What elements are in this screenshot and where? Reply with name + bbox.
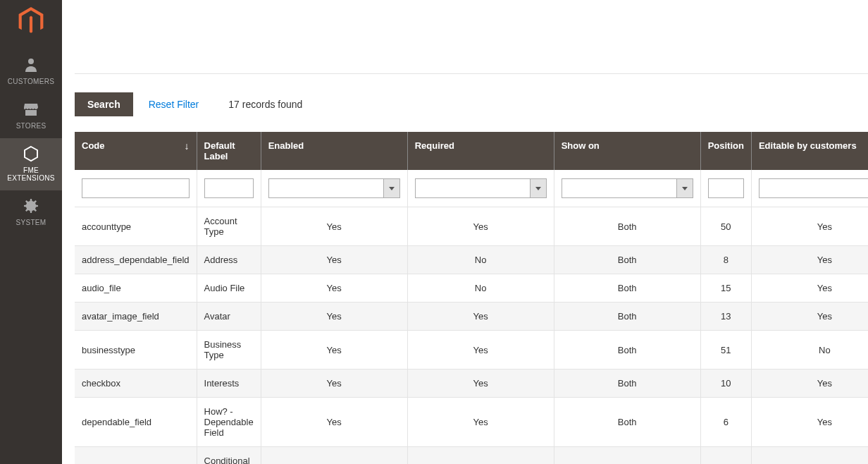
- col-header-editable[interactable]: Editable by customers: [751, 132, 868, 170]
- table-row[interactable]: dependable_fieldHow? - Dependable FieldY…: [75, 398, 868, 447]
- cell-required: Yes: [407, 398, 554, 447]
- cell-enabled: Yes: [261, 274, 407, 303]
- attributes-grid: Code↓ Default Label Enabled Required Sho…: [75, 132, 868, 464]
- cell-label: Account Type: [197, 207, 261, 246]
- admin-sidebar: CUSTOMERS STORES FME EXTENSIONS SYSTEM: [0, 0, 62, 464]
- cell-label: Audio File: [197, 274, 261, 303]
- col-header-label: Position: [708, 140, 744, 151]
- cell-label: Avatar: [197, 303, 261, 331]
- cell-position: 50: [700, 207, 751, 246]
- chevron-down-icon: [389, 187, 395, 190]
- cell-editable: No: [751, 331, 868, 370]
- cell-enabled: Yes: [261, 447, 407, 465]
- cell-showon: Both: [554, 398, 700, 447]
- cell-code: address_dependable_field: [75, 246, 197, 274]
- cell-required: Yes: [407, 331, 554, 370]
- table-row[interactable]: drop_downConditional Field - Can We Cont…: [75, 447, 868, 465]
- cell-showon: Both: [554, 246, 700, 274]
- cell-position: 6: [700, 398, 751, 447]
- cell-editable: Yes: [751, 370, 868, 398]
- cell-enabled: Yes: [261, 331, 407, 370]
- reset-filter-link[interactable]: Reset Filter: [149, 99, 199, 110]
- store-icon: [23, 101, 39, 118]
- filter-required-select[interactable]: [415, 178, 530, 198]
- cell-code: businesstype: [75, 331, 197, 370]
- cell-editable: Yes: [751, 398, 868, 447]
- nav-label: FME EXTENSIONS: [3, 166, 59, 182]
- cell-position: 10: [700, 370, 751, 398]
- col-header-label: Enabled: [268, 140, 304, 151]
- col-header-required[interactable]: Required: [407, 132, 554, 170]
- cell-label: How? - Dependable Field: [197, 398, 261, 447]
- cell-required: Yes: [407, 370, 554, 398]
- gear-icon: [23, 197, 39, 214]
- col-header-label: Code: [82, 140, 105, 151]
- search-button[interactable]: Search: [75, 92, 133, 116]
- col-header-label: Editable by customers: [759, 140, 857, 151]
- filter-showon-select[interactable]: [562, 178, 676, 198]
- cell-position: 51: [700, 331, 751, 370]
- person-icon: [23, 56, 39, 73]
- cell-required: No: [407, 246, 554, 274]
- cell-editable: Yes: [751, 303, 868, 331]
- table-row[interactable]: businesstypeBusiness TypeYesYesBoth51NoY…: [75, 331, 868, 370]
- cell-code: audio_file: [75, 274, 197, 303]
- chevron-down-icon: [535, 187, 541, 190]
- table-row[interactable]: address_dependable_fieldAddressYesNoBoth…: [75, 246, 868, 274]
- cell-enabled: Yes: [261, 370, 407, 398]
- nav-fme-extensions[interactable]: FME EXTENSIONS: [0, 138, 62, 190]
- table-row[interactable]: avatar_image_fieldAvatarYesYesBoth13YesN…: [75, 303, 868, 331]
- top-action-bar: Add New Attribute: [75, 0, 868, 74]
- filter-row: [75, 170, 868, 207]
- cell-code: avatar_image_field: [75, 303, 197, 331]
- cell-editable: Yes: [751, 274, 868, 303]
- cell-showon: Both: [554, 303, 700, 331]
- cell-showon: Both: [554, 370, 700, 398]
- cell-position: 5: [700, 447, 751, 465]
- nav-stores[interactable]: STORES: [0, 94, 62, 138]
- main-content: Add New Attribute Search Reset Filter 17…: [62, 0, 868, 464]
- col-header-enabled[interactable]: Enabled: [261, 132, 407, 170]
- svg-point-0: [28, 59, 34, 64]
- magento-logo[interactable]: [17, 7, 45, 35]
- table-row[interactable]: accounttypeAccount TypeYesYesBoth50YesYe…: [75, 207, 868, 246]
- filter-label-input[interactable]: [204, 178, 254, 198]
- cell-label: Address: [197, 246, 261, 274]
- cell-required: Yes: [407, 303, 554, 331]
- filter-position-input[interactable]: [708, 178, 744, 198]
- cell-code: drop_down: [75, 447, 197, 465]
- nav-system[interactable]: SYSTEM: [0, 190, 62, 235]
- nav-label: STORES: [3, 122, 59, 130]
- hexagon-icon: [23, 145, 39, 162]
- col-header-code[interactable]: Code↓: [75, 132, 197, 170]
- records-found-text: 17 records found: [228, 99, 302, 110]
- col-header-position[interactable]: Position: [700, 132, 751, 170]
- chevron-down-icon: [682, 187, 688, 190]
- grid-toolbar: Search Reset Filter 17 records found per…: [75, 92, 868, 116]
- filter-dropdown-toggle[interactable]: [383, 178, 400, 198]
- cell-editable: Yes: [751, 207, 868, 246]
- table-row[interactable]: checkboxInterestsYesYesBoth10YesYesYes: [75, 370, 868, 398]
- nav-customers[interactable]: CUSTOMERS: [0, 49, 62, 94]
- nav-label: CUSTOMERS: [3, 78, 59, 85]
- col-header-label: Required: [415, 140, 454, 151]
- filter-dropdown-toggle[interactable]: [530, 178, 547, 198]
- table-row[interactable]: audio_fileAudio FileYesNoBoth15YesNoNo: [75, 274, 868, 303]
- cell-showon: Registration Page Only: [554, 447, 700, 465]
- col-header-label: Default Label: [204, 140, 235, 161]
- cell-label: Conditional Field - Can We Contact You?: [197, 447, 261, 465]
- col-header-show-on[interactable]: Show on: [554, 132, 700, 170]
- cell-enabled: Yes: [261, 246, 407, 274]
- filter-code-input[interactable]: [82, 178, 190, 198]
- cell-showon: Both: [554, 331, 700, 370]
- cell-code: accounttype: [75, 207, 197, 246]
- nav-label: SYSTEM: [3, 219, 59, 226]
- filter-enabled-select[interactable]: [268, 178, 383, 198]
- col-header-default-label[interactable]: Default Label: [197, 132, 261, 170]
- filter-dropdown-toggle[interactable]: [676, 178, 693, 198]
- cell-required: No: [407, 274, 554, 303]
- cell-position: 13: [700, 303, 751, 331]
- cell-label: Interests: [197, 370, 261, 398]
- filter-editable-select[interactable]: [759, 178, 868, 198]
- sort-arrow-down-icon: ↓: [185, 140, 190, 152]
